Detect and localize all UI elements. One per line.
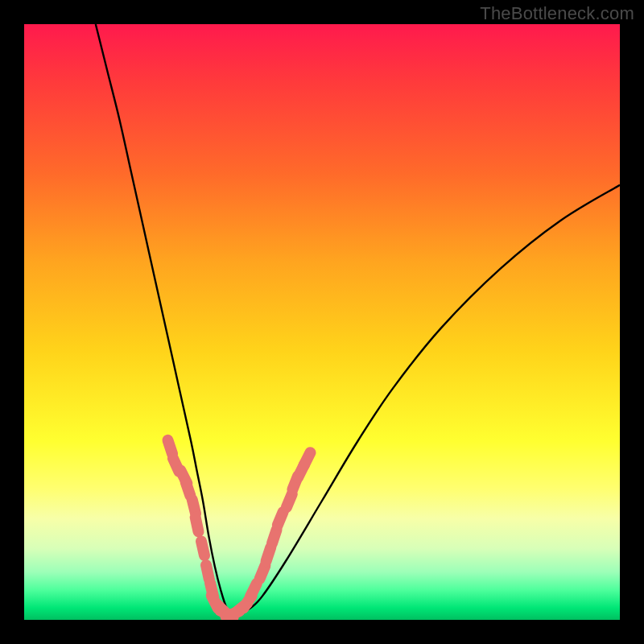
curve-layer: [96, 24, 620, 615]
sample-point: [167, 440, 172, 454]
sample-point: [201, 541, 204, 555]
plot-area: [24, 24, 620, 620]
sample-point: [266, 547, 271, 561]
sample-point: [272, 530, 277, 543]
watermark-text: TheBottleneck.com: [480, 3, 634, 24]
sample-point: [278, 512, 283, 526]
sample-point: [206, 565, 209, 580]
sample-point: [192, 500, 196, 514]
chart-frame: TheBottleneck.com: [0, 0, 644, 644]
chart-svg: [24, 24, 620, 620]
sample-point: [186, 482, 191, 496]
sample-point: [303, 452, 310, 465]
sample-point: [196, 518, 199, 532]
points-layer: [167, 440, 310, 617]
sample-point: [287, 494, 292, 508]
sample-point: [250, 584, 257, 597]
bottleneck-curve-path: [96, 24, 620, 615]
sample-point: [260, 565, 266, 579]
